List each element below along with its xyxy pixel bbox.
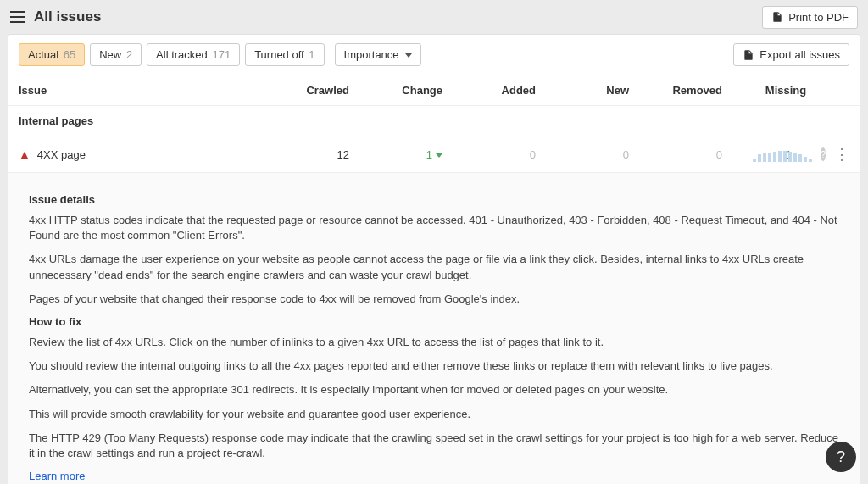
- tab-all-tracked[interactable]: All tracked 171: [147, 43, 240, 66]
- howto-p3: Alternatively, you can set the appropria…: [29, 382, 839, 398]
- col-issue: Issue: [19, 84, 256, 97]
- learn-more-link[interactable]: Learn more: [29, 470, 85, 482]
- details-p3: Pages of your website that changed their…: [29, 292, 839, 307]
- chevron-down-icon: [405, 53, 412, 58]
- col-added: Added: [442, 84, 536, 97]
- tab-new[interactable]: New 2: [90, 43, 142, 66]
- howto-p2: You should review the internal outgoing …: [29, 359, 839, 374]
- print-pdf-label: Print to PDF: [788, 11, 849, 24]
- sparkline-chart: [753, 147, 812, 162]
- issue-name: 4XX page: [37, 148, 86, 161]
- importance-dropdown[interactable]: Importance: [335, 43, 422, 66]
- hamburger-icon[interactable]: [10, 11, 25, 23]
- help-fab[interactable]: ?: [826, 442, 856, 472]
- page-title: All issues: [34, 8, 101, 25]
- issue-details-panel: Issue details 4xx HTTP status codes indi…: [8, 173, 860, 484]
- section-internal-pages: Internal pages: [8, 106, 860, 136]
- cell-change: 1: [349, 148, 442, 161]
- col-new: New: [536, 84, 629, 97]
- col-crawled: Crawled: [256, 84, 349, 97]
- cell-added: 0: [442, 148, 536, 161]
- export-all-issues-button[interactable]: Export all issues: [733, 43, 849, 66]
- file-icon: [771, 11, 783, 23]
- print-pdf-button[interactable]: Print to PDF: [762, 6, 858, 29]
- trend-down-icon: [436, 153, 442, 158]
- table-header: Issue Crawled Change Added New Removed M…: [8, 75, 860, 106]
- details-p1: 4xx HTTP status codes indicate that the …: [29, 213, 839, 243]
- col-removed: Removed: [629, 84, 722, 97]
- tab-actual[interactable]: Actual 65: [19, 43, 85, 66]
- help-icon[interactable]: ?: [821, 147, 826, 161]
- more-actions-icon[interactable]: ⋮: [834, 147, 849, 162]
- issue-details-title: Issue details: [29, 193, 839, 206]
- details-p2: 4xx URLs damage the user experience on y…: [29, 252, 839, 282]
- howto-p4: This will provide smooth crawlability fo…: [29, 407, 839, 422]
- howto-title: How to fix: [29, 315, 839, 328]
- cell-removed: 0: [629, 148, 722, 161]
- howto-p1: Review the list of 4xx URLs. Click on th…: [29, 335, 839, 350]
- tab-turned-off[interactable]: Turned off 1: [245, 43, 324, 66]
- col-missing: Missing: [722, 84, 849, 97]
- table-row[interactable]: ▲ 4XX page 12 1 0 0 0 1 ? ⋮: [8, 136, 860, 173]
- cell-new: 0: [536, 148, 629, 161]
- howto-p5: The HTTP 429 (Too Many Requests) respons…: [29, 431, 839, 461]
- warning-icon: ▲: [19, 147, 31, 161]
- export-label: Export all issues: [760, 48, 840, 61]
- cell-crawled: 12: [256, 148, 349, 161]
- export-icon: [743, 49, 754, 61]
- col-change: Change: [349, 84, 442, 97]
